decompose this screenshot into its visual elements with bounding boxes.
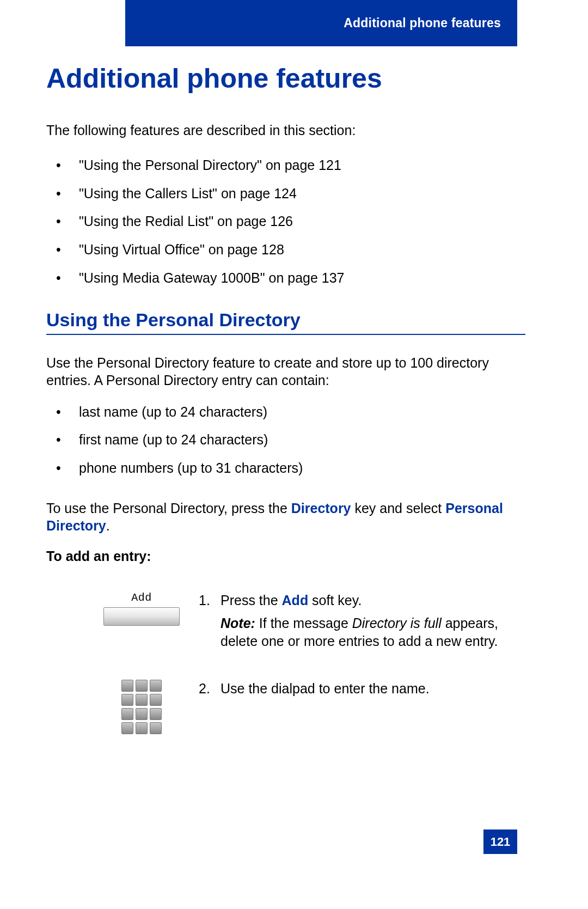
section-intro: Use the Personal Directory feature to cr… [46,354,525,389]
field-item: phone numbers (up to 31 characters) [46,459,525,478]
step-2-icon-col [46,680,199,734]
dialpad-key [121,708,133,720]
intro-text: The following features are described in … [46,121,525,140]
step-2-body: Use the dialpad to enter the name. [220,680,525,698]
field-list: last name (up to 24 characters) first na… [46,403,525,478]
howto-term-directory: Directory [291,501,351,516]
step-2-number: 2. [199,680,220,698]
note-label: Note: [220,615,255,631]
dialpad-key [136,680,148,692]
dialpad-key [136,708,148,720]
dialpad-key [121,680,133,692]
field-item: last name (up to 24 characters) [46,403,525,422]
dialpad-key [150,708,162,720]
dialpad-key [121,694,133,706]
toc-item: "Using Virtual Office" on page 128 [46,241,525,259]
step-1-term-add: Add [282,593,309,608]
toc-list: "Using the Personal Directory" on page 1… [46,156,525,288]
howto-text: To use the Personal Directory, press the… [46,499,525,535]
step-1-note: Note: If the message Directory is full a… [199,614,525,650]
step-1-body: Press the Add soft key. [220,591,525,609]
task-heading: To add an entry: [46,548,525,564]
note-message: Directory is full [352,615,442,631]
step-2-row: 2. Use the dialpad to enter the name. [46,680,525,734]
toc-item: "Using the Redial List" on page 126 [46,212,525,231]
step-1-prefix: Press the [220,593,282,608]
step-2-text: 2. Use the dialpad to enter the name. [199,680,525,698]
dialpad-icon [121,680,162,734]
section-heading: Using the Personal Directory [46,309,525,335]
page-number: 121 [483,829,517,854]
step-1-icon-col: Add [46,591,199,626]
softkey-button-icon [103,607,180,626]
dialpad-key [121,722,133,734]
step-1-text: 1. Press the Add soft key. Note: If the … [199,591,525,650]
toc-item: "Using the Callers List" on page 124 [46,185,525,203]
running-header: Additional phone features [125,0,517,46]
note-prefix: If the message [255,615,352,631]
howto-suffix: . [106,518,110,533]
page-title: Additional phone features [46,63,525,94]
dialpad-key [150,694,162,706]
page-number-value: 121 [491,835,511,849]
dialpad-key [136,722,148,734]
page-content: Additional phone features The following … [46,63,525,764]
dialpad-key [136,694,148,706]
toc-item: "Using the Personal Directory" on page 1… [46,156,525,175]
running-header-text: Additional phone features [344,16,501,30]
howto-prefix: To use the Personal Directory, press the [46,501,291,516]
dialpad-key [150,680,162,692]
dialpad-key [150,722,162,734]
howto-mid: key and select [351,501,446,516]
softkey-label-add: Add [131,591,152,604]
step-1-suffix: soft key. [308,593,362,608]
step-1-row: Add 1. Press the Add soft key. Note: If … [46,591,525,650]
toc-item: "Using Media Gateway 1000B" on page 137 [46,269,525,288]
step-1-number: 1. [199,591,220,609]
field-item: first name (up to 24 characters) [46,431,525,449]
